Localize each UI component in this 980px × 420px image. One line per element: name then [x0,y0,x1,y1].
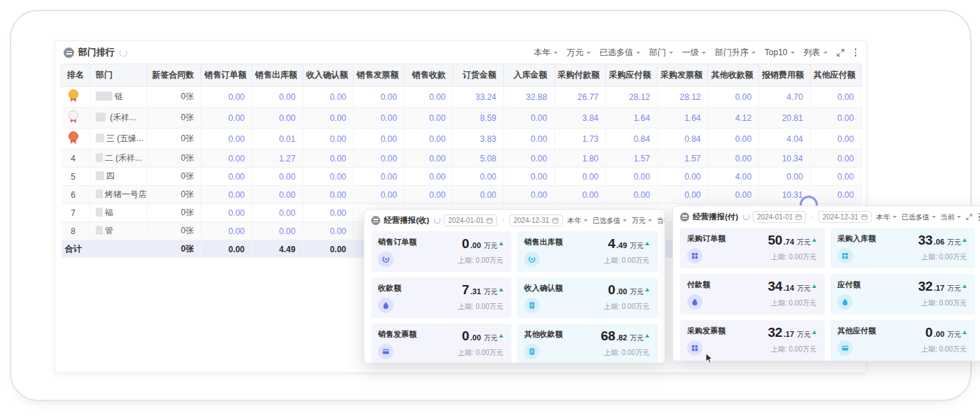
previous-period-value: 上期: 0.00万元 [604,302,649,312]
more-dots-icon[interactable] [853,48,858,57]
value-cell: 32.88 [504,87,555,108]
chevron-down-icon [586,52,591,56]
value-cell: 0.00 [554,168,606,186]
refresh-spinner-icon[interactable] [434,217,440,224]
col-header[interactable]: 销售出库额 [252,64,303,87]
filter-dropdown[interactable]: 万元 [632,216,652,226]
value-cell: 0.00 [303,150,354,168]
panel-grid-icon [64,48,74,58]
expand-icon[interactable] [837,49,844,57]
table-row[interactable]: 三 (五缘...0张0.000.010.000.000.003.830.001.… [62,129,863,150]
filter-label: 已选多值 [593,216,621,226]
stat-card[interactable]: 销售出库额4.49万元上期: 0.00万元 [517,231,658,272]
value-cell: 4.00 [708,168,759,186]
filter-dropdown[interactable]: 当前 [657,216,665,226]
chevron-down-icon [648,219,652,224]
value-cell: 0.00 [810,108,861,129]
more-dots-icon[interactable] [977,213,980,222]
refresh-spinner-icon[interactable] [120,49,127,57]
trend-up-icon [499,240,503,245]
value-cell: 0.00 [252,186,303,204]
previous-period-value: 上期: 0.00万元 [604,256,649,266]
col-header[interactable]: 入库金额 [504,64,555,87]
date-range-separator: · [811,213,813,221]
col-header[interactable]: 采购发票额 [657,64,708,87]
department-cell [89,240,147,259]
broadcast-panel-controls: 2024-01-01·2024-12-31本年已选多值万元当前 [444,215,665,226]
col-header[interactable]: 采购应付额 [606,64,658,87]
stat-card[interactable]: 采购入库额33.06万元上期: 0.00万元 [830,228,975,268]
value-cell: 0.00 [354,186,405,204]
table-row[interactable]: 6烤猪一号店0张0.000.000.000.000.000.000.000.00… [62,186,863,204]
date-from-picker[interactable]: 2024-01-01 [753,211,806,223]
value-cell: 0.00 [303,222,354,240]
table-row[interactable]: 链0张0.000.000.000.000.0033.2432.8826.7728… [62,87,863,108]
stat-card[interactable]: 采购订单额50.74万元上期: 0.00万元 [680,228,825,268]
value-decimal: .00 [617,287,627,296]
filter-dropdown[interactable]: Top10 [765,47,795,59]
value-decimal: .00 [470,241,481,249]
expand-icon[interactable] [966,214,972,220]
filter-dropdown[interactable]: 本年 [568,216,588,226]
stat-card[interactable]: 付款额34.14万元上期: 0.00万元 [680,274,825,314]
rank-cell: 4 [62,150,90,168]
col-header[interactable]: 其 [861,64,862,87]
filter-dropdown[interactable]: 已选多值 [600,47,640,59]
filter-dropdown[interactable]: 一级 [682,47,706,59]
stat-card-value: 50.74万元 [768,233,816,248]
value-integer: 50 [768,233,782,248]
value-unit: 万元 [797,238,811,247]
filter-dropdown[interactable]: 已选多值 [593,216,627,226]
value-cell: 20.81 [759,108,811,129]
col-header[interactable]: 报销费用额 [759,64,811,87]
filter-dropdown[interactable]: 本年 [877,212,897,222]
value-cell: 0张 [147,108,201,129]
stat-card-value: 0.00万元 [925,325,967,340]
value-decimal: .49 [617,241,627,249]
col-header[interactable]: 销售发票额 [354,64,405,87]
col-header[interactable]: 其他应付额 [810,64,861,87]
col-header[interactable]: 部门 [89,64,147,87]
date-to-picker[interactable]: 2024-12-31 [819,211,872,223]
date-from-value: 2024-01-01 [448,217,484,224]
col-header[interactable]: 销售订单额 [201,64,252,87]
value-cell: 0.00 [759,168,811,186]
refresh-spinner-icon[interactable] [743,214,749,220]
filter-dropdown[interactable]: 本年 [534,47,558,59]
col-header[interactable]: 其他收款额 [708,64,759,87]
filter-dropdown[interactable]: 部门升序 [715,47,756,59]
col-header[interactable]: 采购付款额 [554,64,606,87]
stat-card[interactable]: 应付额32.17万元上期: 0.00万元 [830,274,975,314]
stat-card-value: 32.17万元 [768,325,816,340]
table-row[interactable]: (禾祥...0张0.000.000.000.000.008.590.003.84… [62,108,863,129]
value-decimal: .00 [470,333,481,342]
stat-card[interactable]: 采购发票额32.17万元上期: 0.00万元 [680,320,825,361]
value-cell: 0张 [147,129,201,150]
filter-dropdown[interactable]: 当前 [941,212,961,222]
value-cell: 0.00 [354,108,405,129]
filter-dropdown[interactable]: 已选多值 [902,212,936,222]
col-header[interactable]: 新签合同数 [147,64,201,87]
value-cell: 0张 [147,168,201,186]
filter-dropdown[interactable]: 万元 [567,47,591,59]
value-cell: 0.00 [657,168,708,186]
stat-card[interactable]: 收款额7.31万元上期: 0.00万元 [371,277,512,318]
col-header[interactable]: 销售收款 [404,64,453,87]
stat-card[interactable]: 销售发票额0.00万元上期: 0.00万元 [371,324,512,363]
col-header[interactable]: 订货金额 [453,64,504,87]
date-range-separator: · [502,217,504,224]
date-to-picker[interactable]: 2024-12-31 [510,215,563,226]
table-row[interactable]: 5四0张0.000.000.000.000.000.000.000.000.00… [62,168,863,186]
stat-card[interactable]: 其他应付额0.00万元上期: 0.00万元 [830,320,975,361]
stat-card[interactable]: 收入确认额0.00万元上期: 0.00万元 [517,277,658,318]
stat-card[interactable]: 其他收款额68.82万元上期: 0.00万元 [517,324,658,363]
rank-cell [62,129,90,150]
col-header[interactable]: 排名 [62,64,90,87]
table-row[interactable]: 4二 (禾祥...0张0.001.270.000.000.005.080.001… [62,150,863,168]
filter-dropdown[interactable]: 列表 [804,47,828,59]
filter-dropdown[interactable]: 部门 [649,47,673,59]
stat-card[interactable]: 销售订单额0.00万元上期: 0.00万元 [371,231,512,272]
col-header[interactable]: 收入确认额 [303,64,354,87]
value-cell: 1.57 [657,150,708,168]
date-from-picker[interactable]: 2024-01-01 [444,215,497,226]
